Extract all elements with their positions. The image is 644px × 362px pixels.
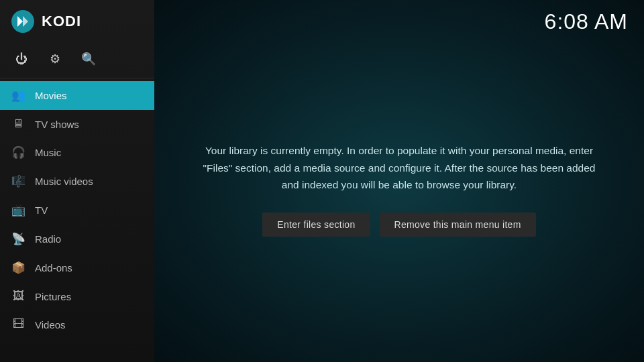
movies-icon: 👥 bbox=[11, 88, 25, 103]
kodi-logo bbox=[11, 9, 35, 34]
tv-shows-label: TV shows bbox=[35, 119, 79, 130]
add-ons-icon: 📦 bbox=[11, 261, 25, 275]
music-videos-label: Music videos bbox=[35, 176, 93, 187]
music-videos-icon: 🎼 bbox=[11, 174, 25, 188]
sidebar-item-pictures[interactable]: 🖼 Pictures bbox=[0, 282, 154, 310]
sidebar-item-radio[interactable]: 📡 Radio bbox=[0, 225, 154, 253]
clock: 6:08 AM bbox=[545, 9, 628, 34]
main-menu: 👥 Movies 🖥 TV shows 🎧 Music 🎼 Music vide… bbox=[0, 81, 154, 362]
sidebar-item-movies[interactable]: 👥 Movies bbox=[0, 81, 154, 110]
top-bar: 6:08 AM bbox=[154, 0, 644, 44]
main-content: 6:08 AM Your library is currently empty.… bbox=[154, 0, 644, 362]
enter-files-button[interactable]: Enter files section bbox=[262, 213, 370, 237]
power-icon[interactable]: ⏻ bbox=[12, 50, 31, 68]
sidebar-item-videos[interactable]: 🎞 Videos bbox=[0, 310, 154, 339]
radio-label: Radio bbox=[35, 233, 61, 245]
movies-label: Movies bbox=[35, 90, 67, 101]
tv-shows-icon: 🖥 bbox=[11, 117, 25, 131]
app-title: KODI bbox=[42, 13, 81, 30]
content-area: Your library is currently empty. In orde… bbox=[154, 44, 644, 362]
sidebar-item-add-ons[interactable]: 📦 Add-ons bbox=[0, 253, 154, 282]
music-icon: 🎧 bbox=[11, 145, 25, 160]
videos-icon: 🎞 bbox=[11, 318, 25, 331]
pictures-label: Pictures bbox=[35, 291, 71, 302]
add-ons-label: Add-ons bbox=[35, 262, 72, 274]
sidebar-item-tv[interactable]: 📺 TV bbox=[0, 196, 154, 225]
empty-library-message: Your library is currently empty. In orde… bbox=[195, 142, 604, 194]
sidebar-header: KODI bbox=[0, 0, 154, 43]
sidebar-item-music-videos[interactable]: 🎼 Music videos bbox=[0, 167, 154, 196]
sidebar-item-music[interactable]: 🎧 Music bbox=[0, 138, 154, 167]
radio-icon: 📡 bbox=[11, 232, 25, 246]
pictures-icon: 🖼 bbox=[11, 290, 25, 303]
remove-menu-item-button[interactable]: Remove this main menu item bbox=[380, 213, 536, 237]
tv-label: TV bbox=[35, 204, 48, 216]
music-label: Music bbox=[35, 147, 61, 158]
settings-icon[interactable]: ⚙ bbox=[46, 50, 64, 68]
sidebar-utility-icons: ⏻ ⚙ 🔍 bbox=[0, 43, 154, 78]
sidebar-item-tv-shows[interactable]: 🖥 TV shows bbox=[0, 110, 154, 138]
sidebar: KODI ⏻ ⚙ 🔍 👥 Movies 🖥 TV shows 🎧 Music 🎼… bbox=[0, 0, 154, 362]
search-icon[interactable]: 🔍 bbox=[79, 50, 98, 68]
tv-icon: 📺 bbox=[11, 203, 25, 217]
action-buttons: Enter files section Remove this main men… bbox=[262, 213, 535, 237]
videos-label: Videos bbox=[35, 319, 66, 330]
